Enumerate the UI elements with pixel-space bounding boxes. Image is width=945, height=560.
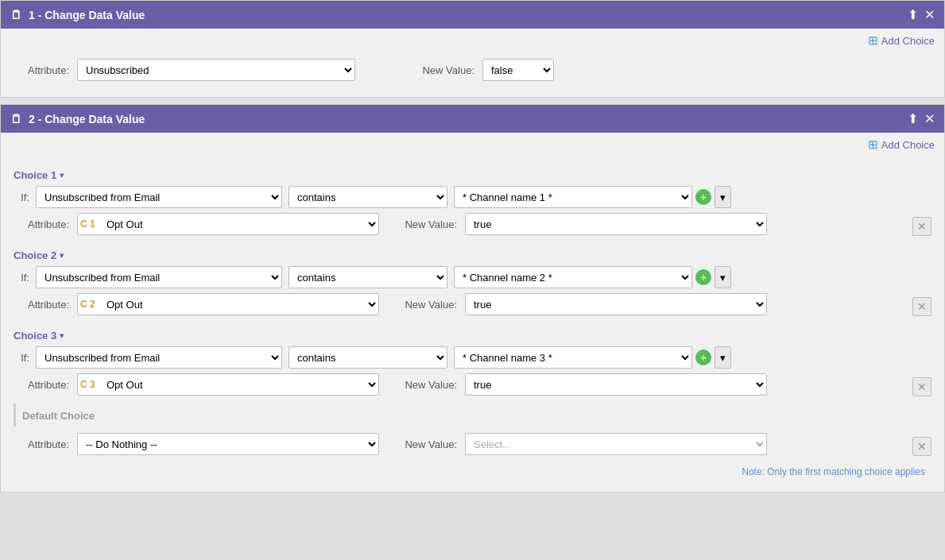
choice-3-attribute-label: Attribute:: [14, 379, 69, 391]
choice-1-attr-wrapper: C 1 Opt Out: [77, 213, 379, 235]
card-2-header: 🗒 2 - Change Data Value ⬆ ✕: [1, 105, 944, 133]
card-1-icon: 🗒: [10, 8, 22, 21]
choice-3-channel-dropdown-button[interactable]: ▾: [715, 346, 731, 369]
choice-1-channel-wrapper: * Channel name 1 * + ▾: [454, 186, 731, 208]
choice-1-new-value-label: New Value:: [393, 218, 457, 230]
default-choice-attribute-row: Attribute: -- Do Nothing -- New Value: S…: [14, 433, 931, 460]
card-2-actions: ⬆ ✕: [908, 111, 935, 126]
choice-1-header[interactable]: Choice 1 ▾: [14, 163, 931, 186]
card-1-attribute-label: Attribute:: [14, 64, 69, 76]
choice-1-arrow: ▾: [60, 171, 64, 180]
add-choice-label: Add Choice: [881, 35, 935, 47]
choice-1-attribute-row: Attribute: C 1 Opt Out New Value: true ✕: [14, 213, 931, 240]
choice-2-attribute-select[interactable]: Opt Out: [77, 293, 379, 315]
add-choice-2-icon: ⊞: [868, 137, 878, 152]
choice-2-arrow: ▾: [60, 251, 64, 260]
default-new-value-select[interactable]: Select...: [465, 433, 767, 455]
choice-2-attribute-label: Attribute:: [14, 299, 69, 311]
card-1-attribute-select[interactable]: Unsubscribed: [77, 59, 355, 81]
choice-1-condition-row: If: Unsubscribed from Email contains * C…: [14, 186, 931, 208]
default-attribute-label: Attribute:: [14, 438, 69, 450]
choice-1-attr-field-row: Attribute: C 1 Opt Out New Value: true: [14, 213, 906, 235]
choice-3-if-select[interactable]: Unsubscribed from Email: [36, 346, 282, 369]
default-choice-section: Default Choice Attribute: -- Do Nothing …: [14, 404, 931, 460]
choice-1-attribute-label: Attribute:: [14, 218, 69, 230]
choice-3-arrow: ▾: [60, 331, 64, 340]
card-2-title: 2 - Change Data Value: [29, 113, 145, 126]
choice-2-channel-select[interactable]: * Channel name 2 *: [454, 266, 692, 288]
choice-2-label: Choice 2: [14, 249, 56, 261]
choice-2-attr-wrapper: C 2 Opt Out: [77, 293, 379, 315]
choice-2-condition-row: If: Unsubscribed from Email contains * C…: [14, 266, 931, 288]
choice-2-section: Choice 2 ▾ If: Unsubscribed from Email c…: [14, 243, 931, 320]
choice-1-if-label: If:: [14, 191, 29, 203]
card-1-up-button[interactable]: ⬆: [908, 7, 918, 22]
choice-3-new-value-select[interactable]: true: [465, 373, 767, 396]
default-choice-label: Default Choice: [22, 410, 95, 422]
default-attribute-select[interactable]: -- Do Nothing --: [77, 433, 379, 455]
choice-2-if-select[interactable]: Unsubscribed from Email: [36, 266, 282, 288]
card-2-icon: 🗒: [10, 112, 22, 126]
choice-3-section: Choice 3 ▾ If: Unsubscribed from Email c…: [14, 323, 931, 400]
choice-2-attr-field-row: Attribute: C 2 Opt Out New Value: true: [14, 293, 906, 315]
choice-3-channel-wrapper: * Channel name 3 * + ▾: [454, 346, 731, 369]
card-1-body: Attribute: Unsubscribed New Value: false: [1, 51, 944, 97]
choice-3-condition-select[interactable]: contains: [289, 346, 447, 369]
choice-2-channel-wrapper: * Channel name 2 * + ▾: [454, 266, 731, 288]
card-2-body: Choice 1 ▾ If: Unsubscribed from Email c…: [1, 155, 944, 492]
choice-3-if-label: If:: [14, 352, 29, 364]
card-1-actions: ⬆ ✕: [908, 7, 935, 22]
choice-3-label: Choice 3: [14, 330, 56, 342]
choice-2-new-value-select[interactable]: true: [465, 293, 767, 315]
card-2-close-button[interactable]: ✕: [924, 111, 935, 126]
choice-1-channel-dropdown-button[interactable]: ▾: [715, 186, 731, 208]
choice-2-header[interactable]: Choice 2 ▾: [14, 243, 931, 266]
card-1-new-value-select[interactable]: false: [482, 59, 554, 81]
choice-1-new-value-select[interactable]: true: [465, 213, 767, 235]
choice-3-delete-button[interactable]: ✕: [912, 377, 931, 396]
add-choice-icon: ⊞: [868, 33, 878, 48]
choice-2-if-label: If:: [14, 272, 29, 284]
choice-3-add-channel-button[interactable]: +: [695, 350, 711, 365]
choice-1-section: Choice 1 ▾ If: Unsubscribed from Email c…: [14, 163, 931, 240]
choice-3-new-value-label: New Value:: [393, 379, 457, 391]
choice-2-new-value-label: New Value:: [393, 299, 457, 311]
choice-1-delete-button[interactable]: ✕: [912, 217, 931, 236]
card-1-close-button[interactable]: ✕: [924, 7, 935, 22]
choice-1-condition-select[interactable]: contains: [289, 186, 447, 208]
default-choice-field-row: Attribute: -- Do Nothing -- New Value: S…: [14, 433, 906, 455]
choice-2-add-channel-button[interactable]: +: [695, 269, 711, 285]
add-choice-2-label: Add Choice: [881, 139, 935, 151]
card-2-up-button[interactable]: ⬆: [908, 111, 918, 126]
card-1-title-area: 🗒 1 - Change Data Value: [10, 8, 145, 21]
choice-3-attribute-row: Attribute: C 3 Opt Out New Value: true ✕: [14, 373, 931, 400]
card-2: 🗒 2 - Change Data Value ⬆ ✕ ⊞ Add Choice…: [0, 104, 945, 492]
choice-3-header[interactable]: Choice 3 ▾: [14, 323, 931, 346]
choice-1-label: Choice 1: [14, 169, 56, 181]
default-new-value-label: New Value:: [393, 438, 457, 450]
choice-1-channel-select[interactable]: * Channel name 1 *: [454, 186, 692, 208]
card-1-new-value-label: New Value:: [411, 64, 474, 76]
matching-note: Note: Only the first matching choice app…: [14, 463, 931, 481]
choice-3-attr-wrapper: C 3 Opt Out: [77, 373, 379, 396]
default-choice-header: Default Choice: [14, 404, 931, 427]
card-2-title-area: 🗒 2 - Change Data Value: [10, 112, 145, 126]
choice-1-if-select[interactable]: Unsubscribed from Email: [36, 186, 282, 208]
card-2-add-choice[interactable]: ⊞ Add Choice: [1, 133, 944, 155]
card-1-add-choice[interactable]: ⊞ Add Choice: [1, 29, 944, 51]
choice-3-attribute-select[interactable]: Opt Out: [77, 373, 379, 396]
card-1: 🗒 1 - Change Data Value ⬆ ✕ ⊞ Add Choice…: [0, 0, 945, 98]
choice-2-attribute-row: Attribute: C 2 Opt Out New Value: true ✕: [14, 293, 931, 320]
choice-3-condition-row: If: Unsubscribed from Email contains * C…: [14, 346, 931, 369]
card-1-header: 🗒 1 - Change Data Value ⬆ ✕: [1, 1, 944, 29]
card-1-title: 1 - Change Data Value: [29, 9, 145, 21]
default-choice-delete-button[interactable]: ✕: [912, 437, 931, 456]
choice-1-attribute-select[interactable]: Opt Out: [77, 213, 379, 235]
card-1-attribute-row: Attribute: Unsubscribed New Value: false: [14, 59, 931, 81]
choice-1-add-channel-button[interactable]: +: [695, 189, 711, 205]
choice-2-delete-button[interactable]: ✕: [912, 297, 931, 316]
choice-3-channel-select[interactable]: * Channel name 3 *: [454, 346, 692, 369]
choice-2-condition-select[interactable]: contains: [289, 266, 447, 288]
choice-2-channel-dropdown-button[interactable]: ▾: [715, 266, 731, 288]
choice-3-attr-field-row: Attribute: C 3 Opt Out New Value: true: [14, 373, 906, 396]
